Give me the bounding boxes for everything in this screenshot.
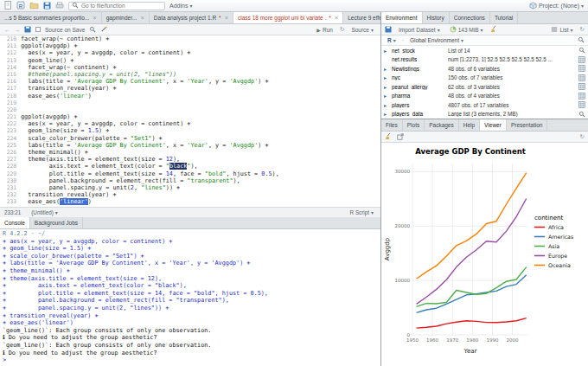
console-tab[interactable]: Console xyxy=(0,217,30,228)
refresh-icon[interactable]: ↻ xyxy=(580,26,585,33)
environment-tab[interactable]: History xyxy=(423,12,450,23)
rerun-icon[interactable]: ↻ xyxy=(340,26,344,33)
expand-arrow-icon[interactable]: ▸ xyxy=(384,111,389,117)
files-pane-tab[interactable]: Packages xyxy=(425,119,459,131)
view-data-grid-icon[interactable] xyxy=(578,65,585,72)
memory-pie-icon xyxy=(450,26,457,34)
environment-selector[interactable]: Global Environment ▾ xyxy=(407,37,466,43)
source-button[interactable]: Source ▾ xyxy=(348,27,376,33)
inspect-object-icon[interactable] xyxy=(578,47,585,54)
run-button[interactable]: ▶ Run xyxy=(314,27,336,33)
environment-object-row[interactable]: ▸peanut_allergy62 obs. of 3 variables xyxy=(381,82,588,92)
expand-arrow-icon[interactable]: ▸ xyxy=(384,74,389,80)
console-line: + theme(axis.title = element_text(size =… xyxy=(3,275,378,283)
line-number: 225 xyxy=(0,142,21,149)
editor-tab[interactable]: class 18 more ggplot uni bi variate .*× xyxy=(233,12,343,23)
files-pane-tab[interactable]: Presentation xyxy=(507,119,548,131)
environment-toolbar: Import Dataset ▾ 143 MiB ▾ List ▾ xyxy=(381,24,588,35)
files-pane-tab[interactable]: Help xyxy=(459,119,480,131)
view-data-grid-icon[interactable] xyxy=(578,93,585,100)
code-tools-wand-icon[interactable] xyxy=(100,25,108,34)
find-replace-icon[interactable] xyxy=(89,26,96,34)
environment-object-row[interactable]: ▸nyc150 obs. of 7 variables xyxy=(381,74,588,83)
console-line: ℹ Do you need to adjust the group aesthe… xyxy=(3,334,378,342)
new-project-icon[interactable]: R xyxy=(16,1,25,10)
console-line: + geom_line(size = 1.5) + xyxy=(3,245,378,253)
code-line: 214 facet_wrap(~ continent) + xyxy=(0,64,380,71)
code-line: 217 transition_reveal(year) + xyxy=(0,85,380,92)
editor-tab[interactable]: Lecture 9 effe...× xyxy=(343,12,380,23)
close-tab-icon[interactable]: × xyxy=(140,14,144,22)
environment-tab[interactable]: Environment xyxy=(381,12,423,23)
console-tabbar: ConsoleBackground Jobs xyxy=(0,217,380,229)
expand-arrow-icon[interactable]: ▸ xyxy=(384,48,389,54)
environment-object-row[interactable]: ▸Newlistings48 obs. of 6 variables xyxy=(381,64,588,74)
console-line: + scale_color_brewer(palette = "Set1") + xyxy=(3,253,378,260)
save-icon[interactable] xyxy=(43,2,51,10)
files-pane-tab[interactable]: Plots xyxy=(403,119,425,131)
goto-file-search[interactable] xyxy=(68,2,165,10)
memory-usage-button[interactable]: 143 MiB ▾ xyxy=(447,26,486,34)
expand-arrow-icon[interactable]: ▸ xyxy=(384,102,389,108)
filetype-selector[interactable]: R Script ▾ xyxy=(348,209,376,215)
view-data-grid-icon[interactable] xyxy=(578,74,585,81)
open-folder-icon[interactable] xyxy=(29,1,39,10)
code-editor[interactable]: 210facet_wrap(~ continent) +211ggplot(av… xyxy=(0,35,380,207)
chevron-down-icon: ▾ xyxy=(371,27,374,33)
inspect-object-icon[interactable] xyxy=(578,111,585,118)
close-tab-icon[interactable]: × xyxy=(93,14,96,22)
project-menu[interactable]: Project: (None) ▾ xyxy=(529,2,584,10)
view-data-grid-icon[interactable] xyxy=(578,83,585,90)
code-line: 228 axis.text = element_text(color = "bl… xyxy=(0,163,380,170)
source-on-save-checkbox[interactable] xyxy=(35,27,41,32)
forward-icon[interactable]: → xyxy=(15,27,21,33)
view-data-grid-icon[interactable] xyxy=(578,101,585,108)
cursor-position: 233:21 xyxy=(4,209,21,215)
language-selector[interactable]: R ▾ xyxy=(385,37,399,43)
expand-arrow-icon[interactable]: ▸ xyxy=(384,93,389,99)
view-data-grid-icon[interactable] xyxy=(578,56,585,63)
goto-file-input[interactable] xyxy=(81,3,159,9)
editor-tab[interactable]: ...s 5 Basic summaries proportio...× xyxy=(0,12,102,23)
addins-menu[interactable]: Addins ▾ xyxy=(169,3,192,9)
environment-object-row[interactable]: ▸players4807 obs. of 17 variables xyxy=(381,100,588,110)
expand-arrow-icon[interactable]: ▸ xyxy=(384,66,389,72)
save-icon[interactable] xyxy=(24,26,31,34)
save-workspace-icon[interactable] xyxy=(385,26,392,34)
expand-arrow-icon[interactable]: ▸ xyxy=(384,84,389,90)
environment-tab[interactable]: Connections xyxy=(450,12,490,23)
object-name: pharma xyxy=(392,93,445,99)
view-mode-button[interactable]: List ▾ xyxy=(548,26,575,34)
search-environment-icon[interactable] xyxy=(578,36,585,44)
back-icon[interactable]: ← xyxy=(4,27,10,33)
close-tab-icon[interactable]: × xyxy=(225,14,228,22)
environment-object-row[interactable]: ▸net_stockList of 14 xyxy=(381,46,588,55)
clear-objects-broom-icon[interactable] xyxy=(490,25,498,34)
console-tab[interactable]: Background Jobs xyxy=(30,217,83,228)
memory-usage-label: 143 MiB xyxy=(458,27,479,33)
code-text: transition_reveal(year) + xyxy=(21,191,117,198)
files-pane-tab[interactable]: Viewer xyxy=(480,119,507,131)
console[interactable]: R 4.2.2 · ~/+ aes(x = year, y = avggdp, … xyxy=(0,229,380,366)
section-navigator[interactable]: (Untitled) ▾ xyxy=(29,209,61,215)
object-name: players xyxy=(392,102,445,108)
print-icon[interactable] xyxy=(55,2,64,10)
close-tab-icon[interactable]: × xyxy=(335,14,338,22)
editor-tab[interactable]: Data analysis project 1.R*× xyxy=(150,12,233,23)
environment-object-row[interactable]: net.resultsnum [1:2273, 1] 52.5 52.5 52.… xyxy=(381,55,588,65)
environment-tab[interactable]: Tutorial xyxy=(490,12,518,23)
refresh-icon[interactable]: ↻ xyxy=(580,133,585,140)
console-tab-label: Background Jobs xyxy=(35,220,78,226)
open-in-new-window-icon[interactable] xyxy=(397,133,404,141)
svg-text:1980: 1980 xyxy=(466,337,478,343)
object-name: Newlistings xyxy=(392,66,445,72)
clear-viewer-broom-icon[interactable] xyxy=(385,132,393,141)
code-text: ggplot(avggdp) + xyxy=(21,42,77,49)
environment-object-row[interactable]: ▸pharma48 obs. of 4 variables xyxy=(381,92,588,101)
new-file-icon[interactable] xyxy=(4,1,12,10)
editor-tab[interactable]: gapminder...× xyxy=(102,12,150,23)
files-pane-tab[interactable]: Files xyxy=(381,119,403,131)
environment-object-row[interactable]: ▸players_dataLarge list (3 elements, 2 M… xyxy=(381,110,588,119)
code-line: 213 geom_line() + xyxy=(0,57,380,64)
import-dataset-button[interactable]: Import Dataset ▾ xyxy=(396,27,443,33)
